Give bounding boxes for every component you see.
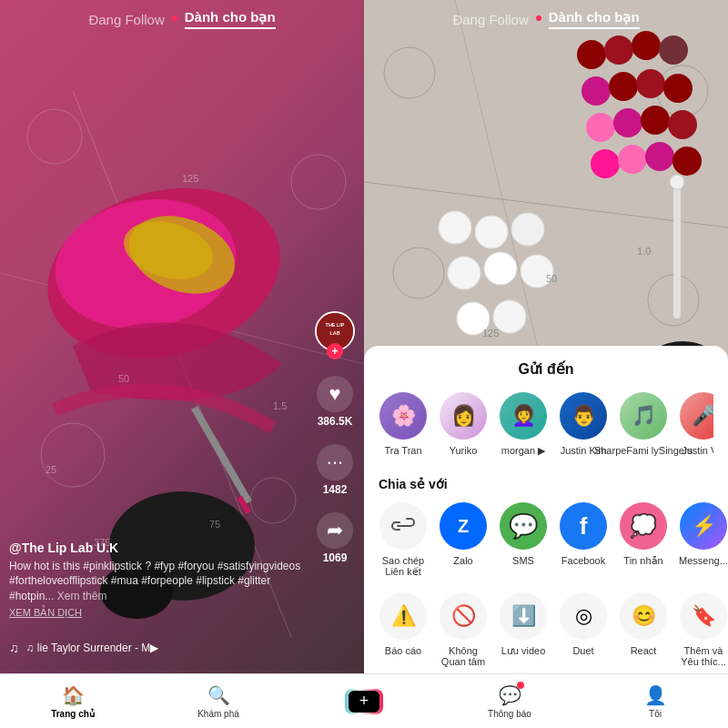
- nav-create[interactable]: +: [291, 689, 437, 714]
- video-info: @The Lip Lab U.K How hot is this #pinkli…: [9, 541, 314, 619]
- sms-label: SMS: [512, 555, 534, 566]
- svg-text:LAB: LAB: [329, 330, 339, 336]
- svg-text:50: 50: [118, 373, 129, 384]
- friend-item[interactable]: 🎤 Justin Vib: [679, 392, 713, 457]
- bookmark-icon: 🔖: [680, 592, 727, 640]
- svg-point-33: [632, 31, 661, 60]
- facebook-btn[interactable]: f Facebook: [559, 502, 608, 578]
- friend-name: SharpeFami lySingers: [594, 445, 693, 456]
- tab-foryou-left[interactable]: Dành cho bạn: [185, 9, 276, 29]
- not-interested-icon: 🚫: [440, 592, 487, 640]
- friend-name: morgan ▶: [501, 445, 545, 457]
- tab-foryou-right[interactable]: Dành cho bạn: [549, 9, 640, 29]
- svg-point-51: [484, 252, 517, 285]
- video-description: How hot is this #pinklipstick ? #fyp #fo…: [9, 559, 314, 604]
- message-label: Tin nhắn: [623, 555, 662, 567]
- add-favorite-btn[interactable]: 🔖 Thêm vàYêu thíc...: [679, 592, 728, 667]
- message-btn[interactable]: 💭 Tin nhắn: [619, 502, 668, 578]
- nav-inbox-label: Thông báo: [488, 709, 531, 719]
- see-more-btn[interactable]: Xem thêm: [57, 590, 107, 602]
- nav-home[interactable]: 🏠 Trang chủ: [0, 684, 146, 719]
- right-video-panel: 50 125 1.0 Đang Follow Dành cho bạn Gửi …: [364, 0, 728, 673]
- nav-profile[interactable]: 👤 Tôi: [582, 684, 728, 719]
- friend-item[interactable]: 👩 Yuriko: [439, 392, 488, 457]
- duet-label: Duet: [572, 645, 593, 656]
- nav-dot-left: [172, 15, 177, 21]
- svg-text:125: 125: [482, 328, 499, 339]
- report-btn[interactable]: ⚠️ Báo cáo: [379, 592, 428, 667]
- friend-avatar: 👩‍🦱: [500, 392, 547, 440]
- nav-inbox[interactable]: 💬 Thông báo: [437, 684, 582, 719]
- home-icon: 🏠: [62, 684, 85, 706]
- svg-point-45: [645, 142, 674, 171]
- sms-icon: 💬: [500, 502, 547, 550]
- share-sheet-title: Gửi đến: [379, 360, 713, 378]
- friend-item[interactable]: 🌸 Tra Tran: [379, 392, 428, 457]
- friends-row: 🌸 Tra Tran 👩 Yuriko 👩‍🦱 morgan ▶ 👨 Justi…: [379, 392, 713, 460]
- tab-following-left[interactable]: Đang Follow: [88, 12, 164, 27]
- svg-text:50: 50: [546, 273, 557, 284]
- react-icon: 😊: [620, 592, 667, 640]
- right-video-bg: 50 125 1.0 Đang Follow Dành cho bạn: [364, 0, 728, 382]
- heart-icon: ♥: [317, 376, 353, 412]
- duet-icon: ◎: [560, 592, 607, 640]
- inbox-notification-dot: [517, 682, 524, 689]
- duet-btn[interactable]: ◎ Duet: [559, 592, 608, 667]
- messenger-label: Messeng...: [679, 555, 728, 566]
- save-video-btn[interactable]: ⬇️ Lưu video: [499, 592, 548, 667]
- svg-point-38: [663, 74, 693, 103]
- nav-dot-right: [536, 15, 541, 21]
- svg-point-31: [577, 40, 606, 69]
- create-plus-btn[interactable]: +: [345, 689, 383, 714]
- sms-btn[interactable]: 💬 SMS: [499, 502, 548, 578]
- friend-avatar: 👩: [440, 392, 487, 440]
- avatar-container[interactable]: THE LIP LAB +: [315, 311, 355, 359]
- friend-item[interactable]: 👩‍🦱 morgan ▶: [499, 392, 548, 457]
- nav-profile-label: Tôi: [649, 709, 662, 719]
- music-bar: ♫ ♫ lie Taylor Surrender - M▶: [9, 641, 355, 655]
- music-text: ♫ lie Taylor Surrender - M▶: [26, 642, 356, 654]
- share-icon: ➦: [317, 512, 353, 549]
- creator-username[interactable]: @The Lip Lab U.K: [9, 541, 314, 555]
- svg-text:1.5: 1.5: [273, 400, 287, 411]
- like-button[interactable]: ♥ 386.5K: [317, 376, 353, 428]
- svg-text:1.0: 1.0: [637, 246, 651, 257]
- top-nav-left: Đang Follow Dành cho bạn: [0, 9, 364, 29]
- zalo-btn[interactable]: Z Zalo: [439, 502, 488, 578]
- nav-discover[interactable]: 🔍 Khám phá: [146, 684, 291, 719]
- save-video-icon: ⬇️: [500, 592, 547, 640]
- svg-point-34: [659, 35, 688, 65]
- copy-link-btn[interactable]: Sao chépLiên kết: [379, 502, 428, 578]
- svg-point-37: [636, 69, 665, 98]
- top-nav-right: Đang Follow Dành cho bạn: [364, 9, 728, 29]
- report-icon: ⚠️: [379, 592, 427, 640]
- share-with-label: Chia sẻ với: [379, 477, 713, 491]
- facebook-label: Facebook: [561, 555, 605, 566]
- messenger-btn[interactable]: ⚡ Messeng...: [679, 502, 728, 578]
- inbox-icon: 💬: [499, 684, 521, 706]
- tab-following-right[interactable]: Đang Follow: [452, 12, 528, 27]
- friend-item[interactable]: 🎵 SharpeFami lySingers: [619, 392, 668, 457]
- svg-text:125: 125: [182, 173, 198, 184]
- translate-btn[interactable]: XEM BẢN DỊCH: [9, 607, 314, 619]
- svg-point-47: [439, 211, 471, 244]
- report-label: Báo cáo: [385, 645, 421, 656]
- react-btn[interactable]: 😊 React: [619, 592, 668, 667]
- share-count: 1069: [323, 551, 348, 564]
- svg-point-41: [641, 106, 670, 135]
- save-video-label: Lưu video: [501, 645, 546, 657]
- svg-point-49: [511, 213, 544, 246]
- share-button[interactable]: ➦ 1069: [317, 512, 353, 564]
- not-interested-btn[interactable]: 🚫 KhôngQuan tâm: [439, 592, 488, 667]
- comment-button[interactable]: ··· 1482: [317, 444, 353, 496]
- svg-point-46: [672, 147, 702, 176]
- messenger-icon: ⚡: [680, 502, 727, 550]
- svg-point-32: [604, 35, 633, 65]
- left-video-panel: 125 50 25 1.5 .375 75 Đang Follow Dành c…: [0, 0, 364, 673]
- follow-plus-btn[interactable]: +: [327, 343, 343, 359]
- nav-discover-label: Khám phá: [197, 709, 239, 719]
- bottom-navigation: 🏠 Trang chủ 🔍 Khám phá + 💬 Thông báo 👤 T…: [0, 673, 728, 728]
- music-icon: ♫: [9, 641, 19, 655]
- svg-text:75: 75: [209, 519, 220, 530]
- svg-text:THE LIP: THE LIP: [326, 322, 345, 328]
